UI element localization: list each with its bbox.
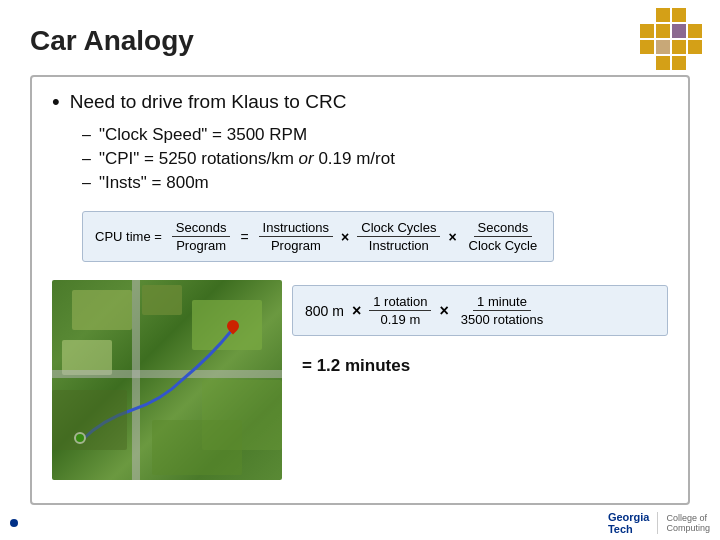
right-panel: 800 m × 1 rotation 0.19 m × 1 minute 350… <box>292 280 668 480</box>
frac1-num: Seconds <box>172 220 231 237</box>
sub-bullet-2-text: "CPI" = 5250 rotations/km or 0.19 m/rot <box>99 149 395 169</box>
calc-value: 800 m <box>305 303 344 319</box>
sub-bullet-3-text: "Insts" = 800m <box>99 173 209 193</box>
frac1-den: Program <box>172 237 230 253</box>
frac3-den: Instruction <box>365 237 433 253</box>
fraction-1: Seconds Program <box>172 220 231 253</box>
calc-frac1-den: 0.19 m <box>376 311 424 327</box>
dash-2: – <box>82 150 91 168</box>
frac3-num: Clock Cycles <box>357 220 440 237</box>
gt-logo <box>640 8 710 78</box>
main-bullet-text: Need to drive from Klaus to CRC <box>70 91 347 113</box>
gt-footer: GeorgiaTech College ofComputing <box>608 511 710 535</box>
gt-footer-logo: GeorgiaTech <box>608 511 650 535</box>
bottom-dot <box>10 519 18 527</box>
calc-frac1-num: 1 rotation <box>369 294 431 311</box>
bullet-dot: • <box>52 89 60 115</box>
formula-box: CPU time = Seconds Program = Instruction… <box>82 211 554 262</box>
fraction-2: Instructions Program <box>259 220 333 253</box>
bottom-bar: GeorgiaTech College ofComputing <box>0 511 720 535</box>
dash-1: – <box>82 126 91 144</box>
frac2-num: Instructions <box>259 220 333 237</box>
sub-bullet-2: – "CPI" = 5250 rotations/km or 0.19 m/ro… <box>82 149 668 169</box>
calc-box: 800 m × 1 rotation 0.19 m × 1 minute 350… <box>292 285 668 336</box>
frac4-num: Seconds <box>474 220 533 237</box>
formula-row: CPU time = Seconds Program = Instruction… <box>95 220 541 253</box>
sub-bullets: – "Clock Speed" = 3500 RPM – "CPI" = 525… <box>82 125 668 193</box>
calc-times-2: × <box>439 302 448 320</box>
fraction-3: Clock Cycles Instruction <box>357 220 440 253</box>
cpu-label: CPU time = <box>95 229 162 244</box>
dash-3: – <box>82 174 91 192</box>
times-2: × <box>448 229 456 245</box>
calc-frac2-den: 3500 rotations <box>457 311 547 327</box>
footer-college: College ofComputing <box>666 513 710 533</box>
content-area: • Need to drive from Klaus to CRC – "Clo… <box>30 75 690 505</box>
calc-fraction-1: 1 rotation 0.19 m <box>369 294 431 327</box>
times-1: × <box>341 229 349 245</box>
calc-frac2-num: 1 minute <box>473 294 531 311</box>
frac4-den: Clock Cycle <box>465 237 542 253</box>
sub-bullet-3: – "Insts" = 800m <box>82 173 668 193</box>
slide: Car Analogy • Need to drive from Klaus t… <box>0 0 720 540</box>
bottom-area: 800 m × 1 rotation 0.19 m × 1 minute 350… <box>52 280 668 480</box>
slide-title: Car Analogy <box>30 25 690 57</box>
calc-times-1: × <box>352 302 361 320</box>
equals-1: = <box>240 229 248 245</box>
main-bullet: • Need to drive from Klaus to CRC <box>52 91 668 115</box>
sub-bullet-1: – "Clock Speed" = 3500 RPM <box>82 125 668 145</box>
frac2-den: Program <box>267 237 325 253</box>
fraction-4: Seconds Clock Cycle <box>465 220 542 253</box>
result-text: = 1.2 minutes <box>302 356 668 376</box>
map-background <box>52 280 282 480</box>
calc-fraction-2: 1 minute 3500 rotations <box>457 294 547 327</box>
map-container <box>52 280 282 480</box>
calc-row: 800 m × 1 rotation 0.19 m × 1 minute 350… <box>305 294 655 327</box>
sub-bullet-1-text: "Clock Speed" = 3500 RPM <box>99 125 307 145</box>
